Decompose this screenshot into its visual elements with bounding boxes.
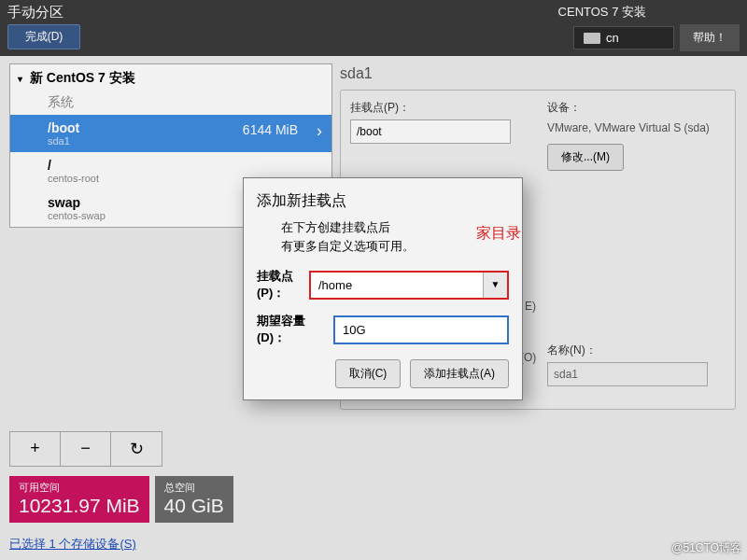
cancel-button[interactable]: 取消(C)	[335, 359, 402, 388]
dialog-capacity-label: 期望容量(D)：	[257, 313, 333, 346]
dialog-title: 添加新挂载点	[257, 191, 509, 211]
dialog-capacity-input[interactable]	[333, 315, 509, 344]
chevron-down-icon[interactable]: ▼	[483, 273, 507, 298]
annotation-text: 家目录	[476, 224, 521, 244]
mount-point-combo[interactable]: ▼	[309, 271, 509, 300]
watermark-text: @51CTO博客	[671, 540, 741, 556]
dialog-mount-label: 挂载点(P)：	[257, 268, 309, 301]
add-mount-point-dialog: 添加新挂载点 在下方创建挂载点后 有更多自定义选项可用。 挂载点(P)： ▼ 期…	[243, 177, 523, 400]
dialog-mount-input[interactable]	[311, 273, 483, 298]
add-mount-point-button[interactable]: 添加挂载点(A)	[410, 359, 509, 388]
